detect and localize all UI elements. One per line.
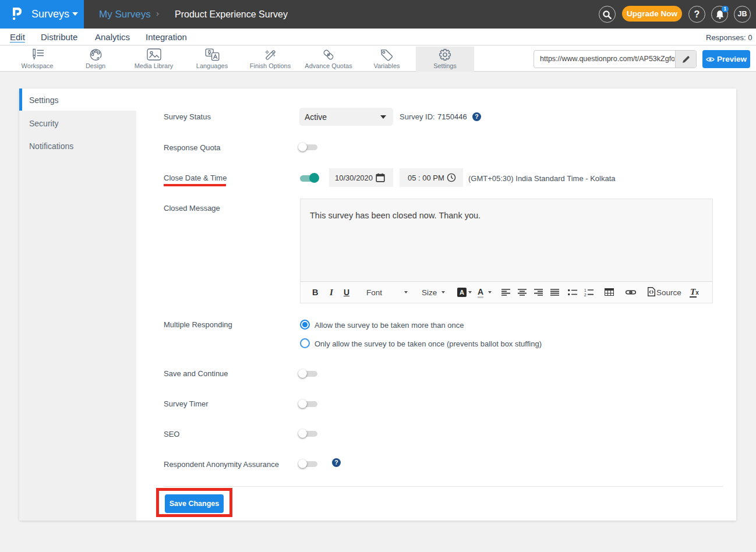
svg-text:2: 2 bbox=[584, 293, 587, 297]
svg-text:1: 1 bbox=[584, 288, 587, 292]
